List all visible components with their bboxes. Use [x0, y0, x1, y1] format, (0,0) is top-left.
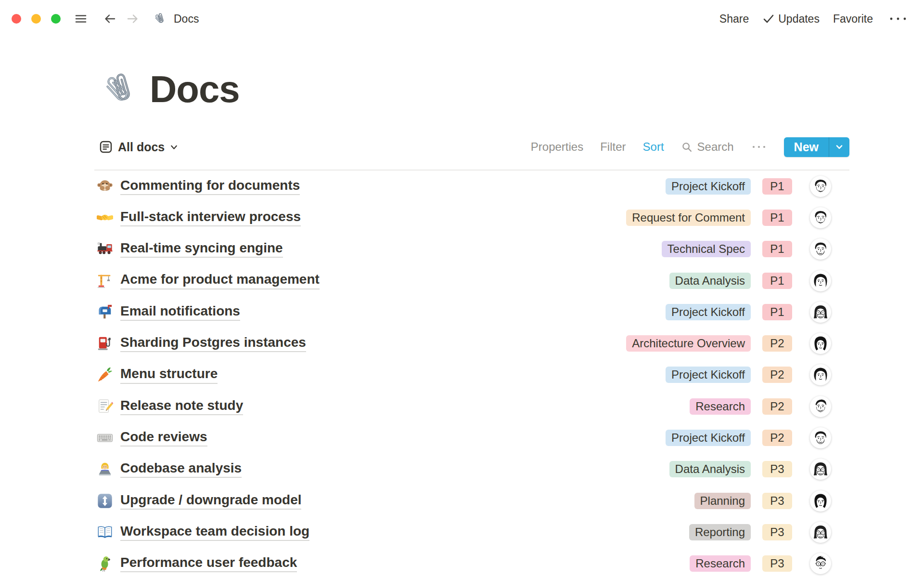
back-button[interactable]: [103, 12, 116, 26]
doc-type-tag: Project Kickoff: [666, 367, 751, 383]
filter-button[interactable]: Filter: [600, 140, 626, 154]
doc-title-link[interactable]: Release note study: [120, 398, 243, 415]
doc-emoji-icon: [97, 273, 113, 289]
window-titlebar: Docs Share Updates Favorite: [0, 3, 924, 34]
doc-type-tag: Planning: [694, 493, 751, 509]
doc-emoji-icon: [97, 210, 113, 226]
fullscreen-window-button[interactable]: [51, 14, 61, 24]
priority-badge: P1: [762, 304, 792, 320]
priority-badge: P2: [762, 430, 792, 446]
doc-emoji-icon: [97, 367, 113, 383]
doc-row[interactable]: Full-stack interview process Request for…: [94, 202, 849, 233]
docs-list-icon: [99, 140, 113, 154]
assignee-avatar: [810, 459, 831, 480]
doc-row[interactable]: Acme for product management Data Analysi…: [94, 265, 849, 296]
assignee-avatar: [810, 302, 831, 323]
sidebar-menu-button[interactable]: [74, 12, 88, 26]
doc-type-tag: Data Analysis: [669, 273, 751, 289]
view-options-button[interactable]: [751, 141, 767, 153]
doc-title-link[interactable]: Commenting for documents: [120, 178, 300, 195]
assignee-avatar: [810, 396, 831, 417]
arrow-left-icon: [103, 12, 116, 26]
assignee-avatar: [810, 522, 831, 543]
linked-paperclips-icon[interactable]: [98, 67, 141, 111]
priority-badge: P1: [762, 241, 792, 257]
new-doc-button[interactable]: New: [784, 137, 849, 157]
doc-emoji-icon: [97, 178, 113, 195]
page-title[interactable]: Docs: [150, 67, 240, 111]
doc-title-link[interactable]: Workspace team decision log: [120, 524, 309, 541]
search-icon: [681, 141, 693, 153]
doc-emoji-icon: [97, 524, 113, 540]
priority-badge: P3: [762, 555, 792, 572]
doc-type-tag: Request for Comment: [626, 210, 751, 226]
priority-badge: P2: [762, 398, 792, 415]
doc-row[interactable]: Code reviews Project Kickoff P2: [94, 422, 849, 453]
doc-type-tag: Data Analysis: [669, 461, 751, 477]
doc-row[interactable]: Sharding Postgres instances Architecture…: [94, 328, 849, 359]
doc-emoji-icon: [97, 241, 113, 257]
doc-emoji-icon: [97, 335, 113, 352]
hamburger-icon: [74, 12, 88, 26]
doc-title-link[interactable]: Performance user feedback: [120, 555, 297, 572]
window-controls: [12, 14, 61, 24]
priority-badge: P1: [762, 273, 792, 289]
doc-emoji-icon: [97, 430, 113, 446]
doc-title-link[interactable]: Code reviews: [120, 429, 207, 447]
sort-button[interactable]: Sort: [643, 140, 664, 154]
doc-row[interactable]: Workspace team decision log Reporting P3: [94, 516, 849, 548]
search-button[interactable]: Search: [681, 140, 734, 154]
new-dropdown-button[interactable]: [829, 137, 849, 157]
titlebar-actions: Share Updates Favorite: [719, 12, 910, 26]
doc-row[interactable]: Codebase analysis Data Analysis P3: [94, 454, 849, 485]
view-toolbar: All docs Properties Filter Sort Search N…: [99, 136, 849, 158]
doc-row[interactable]: Performance user feedback Research P3: [94, 548, 849, 578]
doc-type-tag: Architecture Overview: [626, 335, 751, 352]
doc-title-link[interactable]: Menu structure: [120, 366, 218, 383]
priority-badge: P3: [762, 493, 792, 509]
minimize-window-button[interactable]: [31, 14, 41, 24]
doc-row[interactable]: Release note study Research P2: [94, 391, 849, 422]
properties-button[interactable]: Properties: [531, 140, 583, 154]
close-window-button[interactable]: [12, 14, 21, 24]
toolbar-actions: Properties Filter Sort Search New: [531, 137, 849, 157]
doc-title-link[interactable]: Real-time syncing engine: [120, 240, 283, 258]
doc-title-link[interactable]: Codebase analysis: [120, 460, 242, 478]
assignee-avatar: [810, 427, 831, 448]
favorite-button[interactable]: Favorite: [833, 13, 873, 26]
doc-title-link[interactable]: Email notifications: [120, 303, 240, 321]
doc-emoji-icon: [97, 493, 113, 509]
doc-row[interactable]: Upgrade / downgrade model Planning P3: [94, 485, 849, 516]
doc-type-tag: Project Kickoff: [666, 178, 751, 195]
doc-row[interactable]: Menu structure Project Kickoff P2: [94, 359, 849, 391]
search-label: Search: [697, 140, 734, 154]
breadcrumb-title[interactable]: Docs: [174, 13, 199, 26]
share-button[interactable]: Share: [719, 13, 749, 26]
updates-button[interactable]: Updates: [762, 13, 820, 26]
doc-title-link[interactable]: Full-stack interview process: [120, 209, 301, 226]
doc-title-link[interactable]: Sharding Postgres instances: [120, 335, 306, 352]
doc-emoji-icon: [97, 398, 113, 415]
priority-badge: P2: [762, 367, 792, 383]
doc-type-tag: Research: [690, 555, 751, 572]
view-tab-label: All docs: [118, 140, 165, 154]
doc-type-tag: Project Kickoff: [666, 430, 751, 446]
forward-button[interactable]: [126, 12, 140, 26]
assignee-avatar: [810, 333, 831, 354]
doc-row[interactable]: Real-time syncing engine Technical Spec …: [94, 234, 849, 265]
new-doc-label: New: [784, 137, 829, 157]
assignee-avatar: [810, 238, 831, 260]
doc-row[interactable]: Commenting for documents Project Kickoff…: [94, 171, 849, 202]
doc-title-link[interactable]: Acme for product management: [120, 272, 320, 289]
doc-title-link[interactable]: Upgrade / downgrade model: [120, 492, 301, 510]
page-heading: Docs: [98, 67, 240, 111]
paperclip-icon: [152, 11, 167, 26]
more-options-button[interactable]: [886, 12, 910, 26]
view-tab-all-docs[interactable]: All docs: [99, 140, 179, 154]
doc-emoji-icon: [97, 304, 113, 320]
doc-type-tag: Project Kickoff: [666, 304, 751, 320]
doc-row[interactable]: Email notifications Project Kickoff P1: [94, 296, 849, 328]
assignee-avatar: [810, 553, 831, 574]
assignee-avatar: [810, 364, 831, 385]
assignee-avatar: [810, 207, 831, 228]
